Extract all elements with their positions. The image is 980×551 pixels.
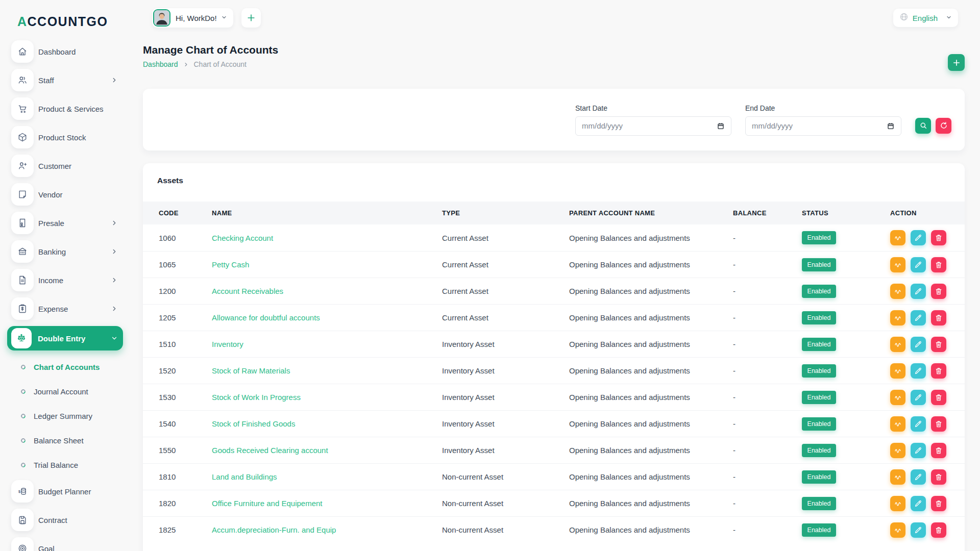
sidebar-item-customer[interactable]: Customer — [7, 155, 123, 177]
transactions-button[interactable] — [890, 390, 905, 405]
edit-button[interactable] — [911, 443, 926, 458]
sidebar-item-label: Dashboard — [38, 47, 76, 56]
sidebar-item-product-services[interactable]: Product & Services — [7, 97, 123, 120]
brand-logo[interactable]: ACCOUNTGO — [0, 0, 130, 29]
sidebar-item-double-entry[interactable]: Double Entry — [7, 326, 123, 350]
status-badge: Enabled — [802, 523, 836, 537]
sidebar-item-expense[interactable]: Expense — [7, 297, 123, 320]
account-name-link[interactable]: Checking Account — [212, 234, 442, 242]
action-buttons — [890, 257, 951, 272]
account-name-link[interactable]: Stock of Raw Materials — [212, 366, 442, 375]
account-name-link[interactable]: Allowance for doubtful accounts — [212, 313, 442, 322]
account-name-link[interactable]: Stock of Finished Goods — [212, 419, 442, 428]
sidebar-subitem-balance-sheet[interactable]: Balance Sheet — [7, 431, 123, 449]
breadcrumb-dashboard-link[interactable]: Dashboard — [143, 60, 178, 68]
delete-button[interactable] — [931, 257, 946, 272]
account-name-link[interactable]: Goods Received Clearing account — [212, 446, 442, 455]
sidebar-item-presale[interactable]: Presale — [7, 212, 123, 234]
edit-button[interactable] — [911, 469, 926, 485]
table-body: 1060Checking AccountCurrent AssetOpening… — [143, 224, 965, 543]
transactions-button[interactable] — [890, 469, 905, 485]
delete-button[interactable] — [931, 496, 946, 511]
parent-account-name: Opening Balances and adjustments — [569, 366, 733, 375]
transactions-button[interactable] — [890, 416, 905, 432]
delete-button[interactable] — [931, 390, 946, 405]
svg-text:$: $ — [18, 489, 21, 494]
status-badge: Enabled — [802, 444, 836, 457]
sidebar-item-vendor[interactable]: Vendor — [7, 183, 123, 206]
end-date-input[interactable]: mm/dd/yyyy — [745, 116, 901, 136]
delete-button[interactable] — [931, 522, 946, 538]
sidebar-item-label: Presale — [38, 219, 64, 228]
account-name-link[interactable]: Inventory — [212, 340, 442, 348]
language-selector[interactable]: English — [893, 9, 958, 27]
transactions-button[interactable] — [890, 522, 905, 538]
sidebar-item-contract[interactable]: Contract — [7, 509, 123, 531]
account-name-link[interactable]: Accum.depreciation-Furn. and Equip — [212, 525, 442, 534]
sidebar-item-income[interactable]: Income — [7, 269, 123, 291]
transactions-button[interactable] — [890, 363, 905, 379]
transactions-button[interactable] — [890, 496, 905, 511]
transactions-button[interactable] — [890, 284, 905, 299]
table-row: 1550Goods Received Clearing accountInven… — [143, 437, 965, 463]
search-button[interactable] — [915, 118, 931, 134]
transactions-button[interactable] — [890, 337, 905, 352]
sidebar-item-dashboard[interactable]: Dashboard — [7, 40, 123, 63]
edit-button[interactable] — [911, 337, 926, 352]
account-name-link[interactable]: Land and Buildings — [212, 472, 442, 481]
transactions-button[interactable] — [890, 257, 905, 272]
sidebar-item-staff[interactable]: Staff — [7, 69, 123, 91]
sidebar-subitem-journal-account[interactable]: Journal Account — [7, 382, 123, 400]
file-icon — [11, 269, 34, 291]
edit-button[interactable] — [911, 496, 926, 511]
quick-add-button[interactable] — [241, 8, 261, 28]
bullet-icon — [20, 437, 27, 444]
delete-button[interactable] — [931, 310, 946, 325]
edit-button[interactable] — [911, 416, 926, 432]
transactions-button[interactable] — [890, 310, 905, 325]
account-code: 1810 — [159, 472, 212, 481]
calendar-icon[interactable] — [717, 122, 725, 130]
account-code: 1200 — [159, 287, 212, 295]
sidebar-subitem-trial-balance[interactable]: Trial Balance — [7, 456, 123, 474]
account-name-link[interactable]: Account Receivables — [212, 287, 442, 295]
account-code: 1520 — [159, 366, 212, 375]
parent-account-name: Opening Balances and adjustments — [569, 340, 733, 348]
account-name-link[interactable]: Stock of Work In Progress — [212, 393, 442, 402]
transactions-button[interactable] — [890, 230, 905, 245]
sidebar-subitem-ledger-summary[interactable]: Ledger Summary — [7, 407, 123, 425]
bank-icon — [11, 240, 34, 263]
edit-button[interactable] — [911, 257, 926, 272]
start-date-input[interactable]: mm/dd/yyyy — [575, 116, 731, 136]
edit-button[interactable] — [911, 522, 926, 538]
chevron-right-icon — [111, 305, 118, 312]
sidebar-item-goal[interactable]: Goal — [7, 537, 123, 551]
edit-button[interactable] — [911, 310, 926, 325]
sidebar-subitem-label: Balance Sheet — [34, 436, 84, 445]
edit-button[interactable] — [911, 230, 926, 245]
delete-button[interactable] — [931, 416, 946, 432]
edit-button[interactable] — [911, 284, 926, 299]
account-type: Inventory Asset — [442, 393, 569, 402]
edit-button[interactable] — [911, 390, 926, 405]
status-badge: Enabled — [802, 311, 836, 324]
sidebar-item-banking[interactable]: Banking — [7, 240, 123, 263]
delete-button[interactable] — [931, 469, 946, 485]
transactions-button[interactable] — [890, 443, 905, 458]
calendar-icon[interactable] — [887, 122, 895, 130]
avatar — [153, 9, 170, 27]
account-name-link[interactable]: Petty Cash — [212, 260, 442, 269]
sidebar-item-budget-planner[interactable]: $Budget Planner — [7, 480, 123, 503]
reset-button[interactable] — [936, 118, 951, 134]
delete-button[interactable] — [931, 284, 946, 299]
create-account-button[interactable] — [948, 54, 965, 71]
user-menu[interactable]: Hi, WorkDo! — [152, 8, 233, 28]
delete-button[interactable] — [931, 337, 946, 352]
edit-button[interactable] — [911, 363, 926, 379]
sidebar-item-product-stock[interactable]: Product Stock — [7, 126, 123, 148]
delete-button[interactable] — [931, 443, 946, 458]
delete-button[interactable] — [931, 363, 946, 379]
delete-button[interactable] — [931, 230, 946, 245]
sidebar-subitem-chart-of-accounts[interactable]: Chart of Accounts — [7, 358, 123, 376]
account-name-link[interactable]: Office Furniture and Equipement — [212, 499, 442, 508]
